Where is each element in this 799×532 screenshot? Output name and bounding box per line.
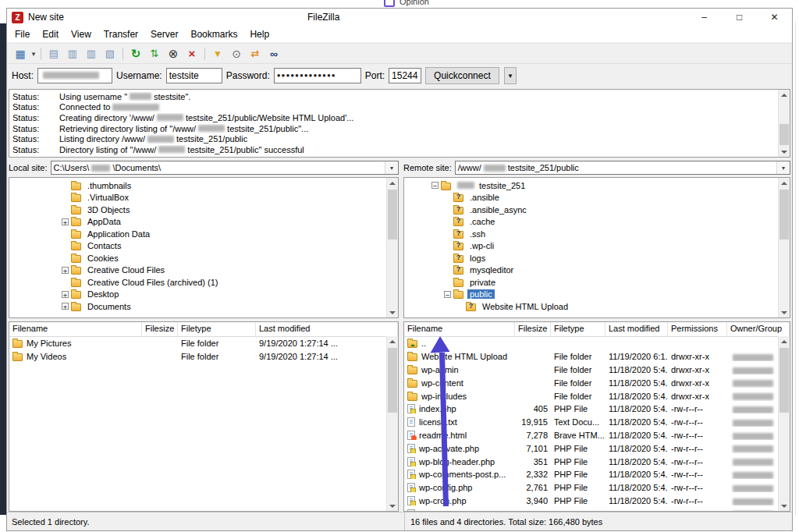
menu-edit[interactable]: Edit — [36, 27, 65, 42]
local-site-combobox[interactable]: C:\Users\\Documents\ ▾ — [51, 161, 399, 175]
refresh-icon[interactable]: ↻ — [126, 45, 145, 62]
expander-icon[interactable]: + — [62, 218, 69, 225]
readme.html[interactable]: readme.html 7,278 Brave HTM... 11/18/202… — [404, 429, 790, 442]
cancel-icon[interactable]: ⊗ — [164, 45, 183, 62]
column-header[interactable]: Last modified — [256, 322, 398, 336]
scroll-track[interactable] — [779, 100, 790, 147]
scroll-up-icon[interactable] — [779, 90, 790, 100]
wp-cron.php[interactable]: wp-cron.php 3,940 PHP File 11/18/2020 5:… — [404, 495, 790, 508]
scroll-down-icon[interactable] — [387, 307, 398, 317]
Website HTML Upload[interactable]: Website HTML Upload File folder 11/19/20… — [404, 350, 790, 364]
remote-site-combobox[interactable]: /www/testsite_251/public ▾ — [455, 161, 790, 175]
toggle-log-icon[interactable]: ▤ — [44, 45, 63, 62]
site-manager-icon[interactable]: ▦ — [11, 45, 30, 62]
wp-links-opml.php[interactable]: wp-links-opml.php 2,496 PHP File 11/18/2… — [404, 507, 790, 511]
tree-item[interactable]: Creative Cloud Files (archived) (1) — [9, 276, 398, 289]
tree-item[interactable]: + Documents — [9, 300, 398, 313]
tree-item[interactable]: + Desktop — [9, 289, 398, 301]
menu-server[interactable]: Server — [144, 27, 184, 42]
tree-item[interactable]: Contacts — [9, 240, 398, 253]
scroll-up-icon[interactable] — [779, 178, 790, 188]
disconnect-icon[interactable]: × — [183, 45, 201, 62]
scroll-up-icon[interactable] — [387, 178, 398, 188]
scroll-down-icon[interactable] — [779, 501, 790, 511]
quickconnect-button[interactable]: Quickconnect — [425, 67, 499, 84]
column-header[interactable]: Permissions — [668, 322, 727, 336]
tree-item[interactable]: + Creative Cloud Files — [9, 264, 398, 277]
scroll-up-icon[interactable] — [779, 336, 790, 346]
compare-icon[interactable]: ⊙ — [227, 45, 246, 62]
menu-transfer[interactable]: Transfer — [98, 27, 144, 42]
expander-icon[interactable]: − — [431, 182, 439, 189]
tree-item[interactable]: private — [404, 276, 790, 289]
index.php[interactable]: index.php 405 PHP File 11/18/2020 5:4...… — [404, 403, 790, 416]
wp-blog-header.php[interactable]: wp-blog-header.php 351 PHP File 11/18/20… — [404, 455, 790, 468]
maximize-button[interactable]: □ — [722, 9, 757, 26]
column-header[interactable]: Owner/Group — [727, 322, 790, 336]
expander-icon[interactable]: + — [62, 291, 69, 298]
scroll-thumb[interactable] — [388, 190, 397, 239]
column-header[interactable]: Filesize — [515, 322, 551, 336]
tree-item[interactable]: .VirtualBox — [9, 192, 398, 204]
tree-item[interactable]: mysqleditor — [404, 264, 790, 277]
log-scrollbar[interactable] — [778, 90, 790, 157]
tree-item[interactable]: + AppData — [9, 216, 398, 229]
tree-item[interactable]: .wp-cli — [404, 240, 790, 253]
wp-config.php[interactable]: wp-config.php 2,761 PHP File 11/18/2020 … — [404, 481, 790, 495]
tree-item[interactable]: .ansible — [404, 192, 790, 204]
chevron-down-icon[interactable]: ▾ — [776, 161, 790, 174]
wp-content[interactable]: wp-content File folder 11/18/2020 5:4...… — [404, 376, 790, 389]
remote-tree-scrollbar[interactable] — [778, 178, 790, 317]
scroll-thumb[interactable] — [388, 348, 397, 413]
column-header[interactable]: Filename — [404, 322, 515, 336]
site-manager-caret-icon[interactable]: ▾ — [30, 45, 37, 62]
wp-admin[interactable]: wp-admin File folder 11/18/2020 5:4... d… — [404, 364, 790, 377]
scroll-down-icon[interactable] — [779, 307, 790, 317]
menu-bookmarks[interactable]: Bookmarks — [184, 27, 243, 42]
tree-item[interactable]: .cache — [404, 216, 790, 229]
tree-item[interactable]: .ansible_async — [404, 204, 790, 216]
wp-activate.php[interactable]: wp-activate.php 7,101 PHP File 11/18/202… — [404, 442, 790, 455]
toggle-local-tree-icon[interactable]: ▥ — [63, 45, 82, 62]
quickconnect-dropdown-button[interactable]: ▾ — [504, 67, 517, 84]
username-input[interactable]: testsite — [166, 68, 222, 83]
toggle-queue-icon[interactable]: ▧ — [101, 45, 119, 62]
tree-item[interactable]: Website HTML Upload — [404, 300, 790, 313]
tree-item[interactable]: − testsite_251 — [404, 179, 790, 192]
tree-item[interactable]: Application Data — [9, 228, 398, 240]
scroll-thumb[interactable] — [779, 124, 789, 145]
tree-item[interactable]: logs — [404, 252, 790, 264]
menu-view[interactable]: View — [65, 27, 98, 42]
password-input[interactable]: ●●●●●●●●●●●●● — [274, 68, 361, 83]
wp-comments-post.p...[interactable]: wp-comments-post.p... 2,332 PHP File 11/… — [404, 468, 790, 481]
license.txt[interactable]: license.txt 19,915 Text Docu... 11/18/20… — [404, 416, 790, 429]
tree-item[interactable]: .thumbnails — [9, 179, 398, 192]
scroll-track[interactable] — [779, 346, 790, 501]
My Videos[interactable]: My Videos File folder 9/19/2020 1:27:14 … — [9, 350, 398, 364]
scroll-thumb[interactable] — [779, 190, 789, 239]
My Pictures[interactable]: My Pictures File folder 9/19/2020 1:27:1… — [9, 337, 398, 350]
toggle-remote-tree-icon[interactable]: ▥ — [82, 45, 101, 62]
scroll-thumb[interactable] — [779, 348, 789, 413]
scroll-down-icon[interactable] — [387, 501, 398, 511]
expander-icon[interactable]: + — [62, 303, 69, 310]
expander-icon[interactable]: + — [62, 267, 69, 274]
tree-item[interactable]: − public — [404, 289, 790, 301]
column-header[interactable]: Last modified — [605, 322, 668, 336]
sync-browsing-icon[interactable]: ⇄ — [246, 45, 265, 62]
column-header[interactable]: Filetype — [178, 322, 256, 336]
menu-file[interactable]: File — [9, 27, 36, 42]
scroll-track[interactable] — [387, 188, 398, 307]
close-button[interactable]: ✕ — [757, 9, 792, 26]
wp-includes[interactable]: wp-includes File folder 11/18/2020 5:4..… — [404, 389, 790, 403]
find-files-icon[interactable]: ∞ — [265, 45, 283, 62]
remote-list-scrollbar[interactable] — [778, 336, 790, 511]
scroll-up-icon[interactable] — [387, 336, 398, 346]
process-queue-icon[interactable]: ⇅ — [145, 45, 164, 62]
menu-help[interactable]: Help — [243, 27, 275, 42]
port-input[interactable]: 15244 — [389, 68, 421, 83]
host-input[interactable] — [37, 68, 112, 83]
..[interactable]: .. — [404, 337, 790, 350]
chevron-down-icon[interactable]: ▾ — [385, 161, 398, 174]
tree-item[interactable]: Cookies — [9, 252, 398, 264]
